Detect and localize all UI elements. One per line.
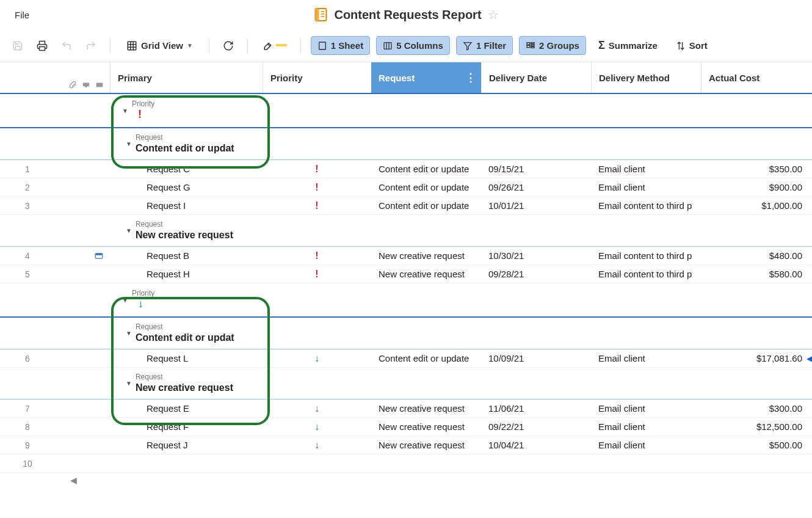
column-header-delivery-method[interactable]: Delivery Method xyxy=(591,62,701,93)
cell-priority[interactable]: ! xyxy=(263,250,371,261)
column-menu-icon[interactable]: ⋮ xyxy=(465,71,476,84)
collapse-icon[interactable]: ▼ xyxy=(126,380,132,387)
save-button[interactable] xyxy=(9,37,27,55)
cell-actual-cost[interactable]: $17,081.60 xyxy=(701,353,811,363)
cell-priority[interactable]: ↓ xyxy=(263,440,371,451)
print-button[interactable] xyxy=(33,37,51,55)
cell-request[interactable]: Content edit or update xyxy=(371,200,481,211)
cell-priority[interactable]: ! xyxy=(263,200,371,211)
cell-primary[interactable]: Request F xyxy=(110,421,263,432)
column-header-delivery-date[interactable]: Delivery Date xyxy=(481,62,591,93)
file-menu[interactable]: File xyxy=(15,10,29,20)
redo-button[interactable] xyxy=(82,37,100,55)
view-selector[interactable]: Grid View ▼ xyxy=(120,37,199,55)
cell-priority[interactable]: ↓ xyxy=(263,421,371,432)
cell-actual-cost[interactable]: $350.00 xyxy=(701,164,811,174)
cell-actual-cost[interactable]: $580.00 xyxy=(701,269,811,279)
cell-delivery-method[interactable]: Email content to third p xyxy=(591,250,701,261)
cell-actual-cost[interactable]: $1,000.00 xyxy=(701,200,811,211)
card-view-icon[interactable] xyxy=(94,252,104,260)
cell-delivery-method[interactable]: Email client xyxy=(591,440,701,450)
cell-primary[interactable]: Request G xyxy=(110,182,263,192)
table-row[interactable]: 10 xyxy=(0,454,812,473)
cell-delivery-method[interactable]: Email content to third p xyxy=(591,200,701,211)
cell-primary[interactable]: Request L xyxy=(110,353,263,363)
cell-request[interactable]: New creative request xyxy=(371,421,481,432)
table-row[interactable]: 8 Request F ↓ New creative request 09/22… xyxy=(0,418,812,436)
cell-delivery-method[interactable]: Email content to third p xyxy=(591,269,701,279)
cell-delivery-date[interactable]: 11/06/21 xyxy=(481,403,591,414)
cell-request[interactable]: Content edit or update xyxy=(371,182,481,192)
collapse-icon[interactable]: ▼ xyxy=(126,330,132,337)
columns-button[interactable]: 5 Columns xyxy=(376,36,450,55)
group-header-request-new-creative[interactable]: ▼ Request New creative request xyxy=(0,368,812,399)
sheet-button[interactable]: 1 Sheet xyxy=(311,36,370,55)
cell-delivery-date[interactable]: 10/30/21 xyxy=(481,250,591,261)
cell-delivery-date[interactable]: 10/04/21 xyxy=(481,440,591,450)
cell-priority[interactable]: ! xyxy=(263,182,371,193)
table-row[interactable]: 4 Request B ! New creative request 10/30… xyxy=(0,247,812,265)
refresh-button[interactable] xyxy=(219,37,237,55)
groups-button[interactable]: 2 Groups xyxy=(519,36,586,55)
cell-delivery-date[interactable]: 09/22/21 xyxy=(481,421,591,432)
cell-priority[interactable]: ↓ xyxy=(263,353,371,364)
group-header-request-new-creative[interactable]: ▼ Request New creative request xyxy=(0,215,812,247)
cell-primary[interactable]: Request E xyxy=(110,403,263,414)
cell-priority[interactable]: ↓ xyxy=(263,403,371,414)
cell-delivery-date[interactable]: 09/28/21 xyxy=(481,269,591,279)
cell-delivery-method[interactable]: Email client xyxy=(591,182,701,192)
column-header-priority[interactable]: Priority xyxy=(263,62,371,93)
cell-actual-cost[interactable]: $480.00 xyxy=(701,250,811,261)
cell-delivery-method[interactable]: Email client xyxy=(591,403,701,414)
cell-primary[interactable]: Request H xyxy=(110,269,263,279)
scroll-left-icon[interactable]: ◀ xyxy=(70,475,77,485)
cell-actual-cost[interactable]: $12,500.00 xyxy=(701,421,811,432)
cell-delivery-date[interactable]: 10/01/21 xyxy=(481,200,591,211)
cell-primary[interactable]: Request J xyxy=(110,440,263,450)
collapse-icon[interactable]: ▼ xyxy=(122,108,128,114)
cell-request[interactable]: New creative request xyxy=(371,250,481,261)
cell-actual-cost[interactable]: $500.00 xyxy=(701,440,811,450)
cell-request[interactable]: New creative request xyxy=(371,440,481,450)
cell-delivery-date[interactable]: 09/26/21 xyxy=(481,182,591,192)
cell-delivery-date[interactable]: 10/09/21 xyxy=(481,353,591,363)
cell-delivery-method[interactable]: Email client xyxy=(591,164,701,174)
column-header-request[interactable]: Request ⋮ xyxy=(371,62,481,93)
collapse-icon[interactable]: ▼ xyxy=(122,297,128,304)
cell-delivery-date[interactable]: 09/15/21 xyxy=(481,164,591,174)
table-row[interactable]: 5 Request H ! New creative request 09/28… xyxy=(0,265,812,283)
undo-button[interactable] xyxy=(57,37,76,55)
column-header-primary[interactable]: Primary xyxy=(110,62,263,93)
cell-priority[interactable]: ! xyxy=(263,164,371,175)
cell-actual-cost[interactable]: $300.00 xyxy=(701,403,811,414)
collapse-icon[interactable]: ▼ xyxy=(126,227,132,234)
column-header-actual-cost[interactable]: Actual Cost xyxy=(701,62,811,93)
group-header-priority-low[interactable]: ▼ Priority ↓ xyxy=(0,283,812,318)
group-header-priority-high[interactable]: ▼ Priority ! xyxy=(0,94,812,128)
cell-primary[interactable]: Request C xyxy=(110,164,263,174)
cell-primary[interactable]: Request B xyxy=(110,250,263,261)
sort-button[interactable]: Sort xyxy=(670,37,714,54)
table-row[interactable]: 3 Request I ! Content edit or update 10/… xyxy=(0,197,812,215)
table-row[interactable]: 9 Request J ↓ New creative request 10/04… xyxy=(0,436,812,454)
summarize-button[interactable]: Σ Summarize xyxy=(592,35,664,56)
collapse-icon[interactable]: ▼ xyxy=(126,140,132,147)
cell-request[interactable]: Content edit or update xyxy=(371,353,481,363)
cell-request[interactable]: New creative request xyxy=(371,269,481,279)
table-row[interactable]: 1 Request C ! Content edit or update 09/… xyxy=(0,160,812,178)
group-header-request-content-edit[interactable]: ▼ Request Content edit or updat xyxy=(0,128,812,160)
table-row[interactable]: 2 Request G ! Content edit or update 09/… xyxy=(0,178,812,197)
cell-request[interactable]: Content edit or update xyxy=(371,164,481,174)
highlight-button[interactable] xyxy=(258,37,291,55)
cell-actual-cost[interactable]: $900.00 xyxy=(701,182,811,192)
filter-button[interactable]: 1 Filter xyxy=(456,36,513,55)
favorite-star-icon[interactable]: ☆ xyxy=(488,7,499,22)
table-row[interactable]: 6 Request L ↓ Content edit or update 10/… xyxy=(0,349,812,368)
group-header-request-content-edit[interactable]: ▼ Request Content edit or updat xyxy=(0,318,812,349)
cell-delivery-method[interactable]: Email client xyxy=(591,421,701,432)
cell-priority[interactable]: ! xyxy=(263,269,371,280)
cell-primary[interactable]: Request I xyxy=(110,200,263,211)
table-row[interactable]: 7 Request E ↓ New creative request 11/06… xyxy=(0,399,812,418)
cell-delivery-method[interactable]: Email client xyxy=(591,353,701,363)
cell-request[interactable]: New creative request xyxy=(371,403,481,414)
